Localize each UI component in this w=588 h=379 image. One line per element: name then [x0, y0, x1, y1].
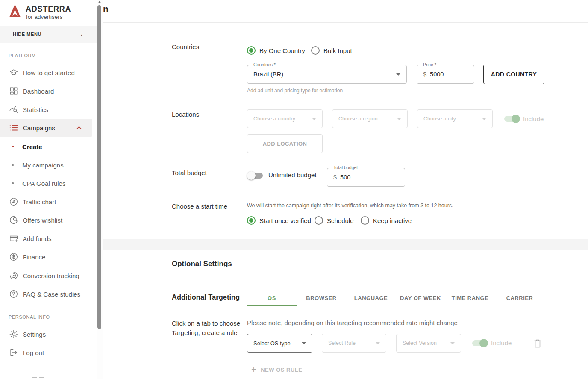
dashboard-grid-icon: [9, 86, 19, 96]
search-globe-icon: [9, 215, 19, 225]
tab-day-of-week[interactable]: DAY OF WEEK: [396, 291, 445, 305]
radio-start-once-verified[interactable]: Start once verified: [247, 216, 311, 225]
radio-icon[interactable]: [361, 216, 369, 225]
sidebar-item-add-funds[interactable]: Add funds: [0, 229, 92, 247]
chevron-up-icon: [76, 124, 82, 132]
choose-city-select: Choose a city: [417, 109, 493, 128]
targeting-note: Please note, depending on this targeting…: [247, 319, 458, 326]
spiral-icon: [9, 270, 19, 281]
sidebar-item-label: Conversion tracking: [23, 272, 79, 279]
countries-select-value: Brazil (BR): [253, 71, 283, 78]
personal-info-section-label: PERSONAL INFO: [9, 314, 50, 320]
countries-helper-text: Add ad unit and pricing type for estimat…: [247, 88, 343, 94]
add-country-button[interactable]: ADD COUNTRY: [483, 65, 544, 84]
choose-city-placeholder: Choose a city: [423, 116, 456, 122]
tab-language[interactable]: LANGUAGE: [346, 291, 396, 305]
bullet-icon: [12, 164, 14, 166]
total-budget-input-label: Total budget: [332, 165, 359, 170]
dollar-icon: $: [423, 71, 426, 78]
tab-browser[interactable]: BROWSER: [297, 291, 346, 305]
sidebar-item-dashboard[interactable]: Dashboard: [0, 82, 92, 100]
chevron-down-icon: [396, 73, 400, 76]
additional-targeting-heading: Additional Targeting: [172, 293, 240, 301]
stats-chart-icon: [9, 104, 19, 115]
trash-icon: [533, 339, 542, 348]
sidebar-item-label: How to get started: [23, 69, 75, 76]
radio-label: Start once verified: [259, 217, 311, 224]
sidebar-item-label: Add funds: [23, 235, 52, 242]
toggle-knob[interactable]: [247, 171, 256, 180]
price-input-label: Price *: [421, 62, 438, 67]
countries-select-label: Countries *: [252, 62, 277, 67]
radio-icon[interactable]: [247, 216, 256, 225]
sidebar-item-traffic-chart[interactable]: Traffic chart: [0, 193, 92, 211]
locations-include-toggle: [504, 116, 519, 122]
sidebar-item-label: CPA Goal rules: [22, 180, 65, 187]
sidebar-item-cpa-goal-rules[interactable]: CPA Goal rules: [0, 174, 92, 192]
unlimited-budget-toggle[interactable]: [248, 173, 263, 179]
price-value: 5000: [430, 71, 444, 78]
sidebar-scrollbar[interactable]: [97, 0, 103, 379]
targeting-hint: Click on a tab to choose Targeting, crea…: [172, 319, 248, 338]
select-version-placeholder: Select Version: [403, 340, 437, 346]
sidebar-item-conversion-tracking[interactable]: Conversion tracking: [0, 267, 92, 285]
sidebar-item-my-campaigns[interactable]: My campaigns: [0, 156, 92, 174]
sidebar: ADSTERRA for advertisers HIDE MENU ← PLA…: [0, 0, 97, 379]
sidebar-item-campaigns[interactable]: Campaigns: [0, 119, 92, 137]
countries-select[interactable]: Countries * Brazil (BR): [247, 65, 407, 84]
locations-include-label: Include: [523, 115, 544, 123]
radio-bulk-input[interactable]: Bulk Input: [311, 46, 352, 55]
sidebar-item-label: Offers wishlist: [23, 217, 62, 224]
sidebar-item-label: My campaigns: [22, 162, 64, 169]
sidebar-item-create[interactable]: Create: [0, 138, 92, 156]
radio-by-one-country[interactable]: By One Country: [247, 46, 305, 55]
hide-menu-label: HIDE MENU: [13, 32, 41, 37]
tab-carrier[interactable]: CARRIER: [495, 291, 544, 305]
radio-keep-inactive[interactable]: Keep inactive: [361, 216, 412, 225]
start-time-label: Choose a start time: [172, 203, 227, 210]
chevron-down-icon: [302, 342, 306, 344]
new-os-rule-button: + NEW OS RULE: [251, 365, 302, 374]
sidebar-item-settings[interactable]: Settings: [0, 325, 92, 343]
choose-country-placeholder: Choose a country: [253, 116, 295, 122]
select-version: Select Version: [396, 334, 461, 353]
sidebar-item-label: Finance: [23, 253, 45, 261]
sidebar-item-finance[interactable]: Finance: [0, 248, 92, 266]
partial-menu-icon: [32, 377, 44, 378]
chevron-down-icon: [450, 342, 455, 344]
new-os-rule-label: NEW OS RULE: [261, 367, 302, 373]
chevron-down-icon: [397, 118, 401, 120]
scrollbar-thumb[interactable]: [97, 5, 101, 329]
dollar-icon: $: [333, 174, 337, 181]
chevron-down-icon: [482, 118, 486, 120]
os-rule-include-label: Include: [491, 339, 512, 347]
sidebar-item-label: Dashboard: [23, 88, 54, 95]
tab-os[interactable]: OS: [247, 291, 297, 305]
sidebar-item-offers-wishlist[interactable]: Offers wishlist: [0, 211, 92, 229]
tab-time-range[interactable]: TIME RANGE: [445, 291, 495, 305]
choose-region-placeholder: Choose a region: [338, 116, 378, 122]
select-rule-placeholder: Select Rule: [328, 340, 356, 346]
radio-label: Keep inactive: [373, 217, 412, 224]
delete-rule-button[interactable]: [533, 339, 542, 350]
hide-menu-button[interactable]: HIDE MENU ←: [0, 26, 97, 43]
radio-icon[interactable]: [311, 46, 320, 55]
sidebar-item-log-out[interactable]: Log out: [0, 344, 92, 361]
sidebar-item-faq-case-studies[interactable]: FAQ & Case studies: [0, 285, 92, 303]
sidebar-item-how-to-get-started[interactable]: How to get started: [0, 64, 92, 82]
radio-label: Bulk Input: [323, 47, 352, 54]
radio-icon[interactable]: [247, 46, 256, 55]
sidebar-item-label: Traffic chart: [23, 198, 56, 206]
locations-label: Locations: [172, 111, 199, 118]
radio-label: By One Country: [259, 47, 305, 54]
select-os-type[interactable]: Select OS type: [247, 334, 312, 353]
sidebar-item-statistics[interactable]: Statistics: [0, 100, 92, 118]
scrollbar-up-arrow-icon[interactable]: [98, 1, 101, 3]
graduation-cap-icon: [9, 68, 19, 78]
radio-schedule[interactable]: Schedule: [315, 216, 354, 225]
price-input[interactable]: Price * $ 5000: [417, 65, 474, 84]
countries-label: Countries: [172, 43, 199, 50]
total-budget-input[interactable]: Total budget $ 500: [327, 168, 405, 187]
plus-icon: +: [251, 365, 256, 374]
radio-icon[interactable]: [315, 216, 323, 225]
